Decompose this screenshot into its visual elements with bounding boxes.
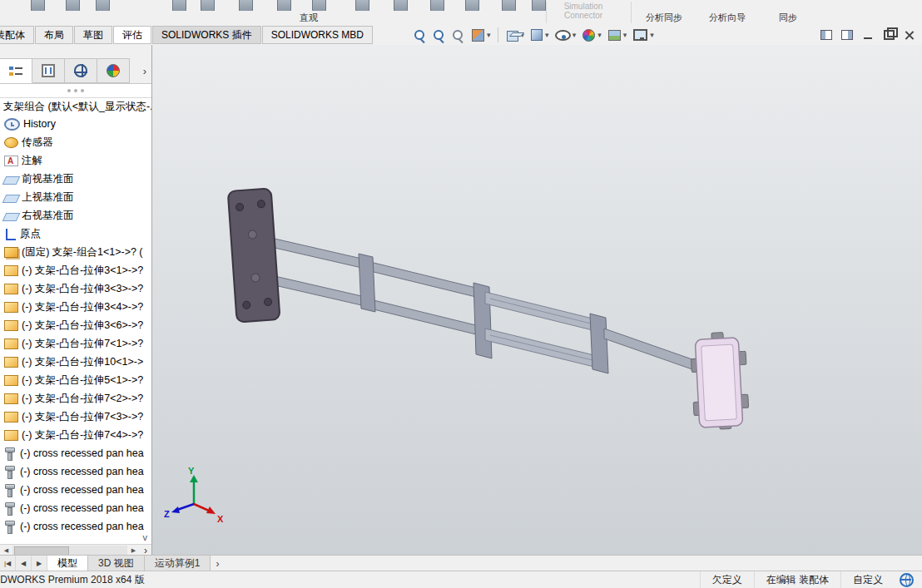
panel-tabs-overflow-button[interactable]: › — [138, 58, 151, 83]
zoom-area-button[interactable] — [429, 27, 449, 43]
status-item[interactable]: 自定义 — [840, 571, 895, 588]
dropdown-arrow-icon[interactable]: ▾ — [545, 31, 549, 39]
tree-item[interactable]: (-) cross recessed pan hea — [0, 462, 151, 481]
display-manager-tab[interactable] — [97, 58, 130, 83]
collapse-left-pane-button[interactable] — [817, 27, 835, 42]
tree-item[interactable]: (-) cross recessed pan hea — [0, 517, 151, 536]
hide-show-items-icon — [555, 30, 571, 41]
tree-scroll-down-indicator[interactable]: v — [143, 533, 148, 542]
dropdown-arrow-icon[interactable]: ▾ — [623, 31, 627, 39]
dropdown-arrow-icon[interactable]: ▾ — [573, 31, 577, 39]
ribbon-command-label[interactable]: 直观 — [300, 12, 318, 24]
ribbon-tab[interactable]: 装配体 — [0, 26, 34, 44]
tree-item[interactable]: (-) 支架-凸台-拉伸7<1>->? — [0, 334, 151, 353]
tree-item[interactable]: 前视基准面 — [0, 170, 151, 188]
doc-tab-nav-button[interactable]: ▶ — [32, 556, 47, 571]
ribbon-tab[interactable]: 布局 — [35, 26, 73, 44]
document-tab-bar: |◀◀▶模型3D 视图运动算例1› — [0, 555, 922, 571]
tree-item[interactable]: (-) 支架-凸台-拉伸7<4>->? — [0, 426, 151, 444]
dropdown-arrow-icon[interactable]: ▾ — [487, 31, 491, 39]
tree-item[interactable]: (-) cross recessed pan hea — [0, 481, 151, 499]
graphics-area[interactable]: Y X Z — [151, 45, 922, 556]
tree-item-label: 传感器 — [22, 136, 53, 150]
edit-appearance-button[interactable]: ▾ — [578, 27, 604, 44]
tree-item[interactable]: (-) 支架-凸台-拉伸3<3>->? — [0, 279, 151, 298]
tree-hscrollbar[interactable]: ◀ ▶ › — [0, 544, 151, 556]
tree-item[interactable]: (-) 支架-凸台-拉伸3<4>->? — [0, 298, 151, 316]
tree-item[interactable]: 传感器 — [0, 133, 151, 151]
hinge-boss — [248, 230, 257, 240]
tree-item[interactable]: (-) 支架-凸台-拉伸7<3>->? — [0, 408, 151, 426]
z-axis-label: Z — [164, 509, 170, 519]
cropped-ribbon-icon — [310, 0, 328, 11]
dropdown-arrow-icon[interactable]: ▾ — [597, 31, 602, 39]
panel-splitter[interactable] — [0, 84, 151, 98]
tree-item[interactable]: (-) 支架-凸台-拉伸10<1>-> — [0, 353, 151, 371]
cropped-ribbon-icon — [499, 0, 518, 11]
ribbon-command-label[interactable]: 分析同步 — [646, 12, 682, 24]
screw-icon — [4, 466, 17, 478]
apply-scene-button[interactable]: ▾ — [604, 27, 630, 44]
section-view-icon — [472, 29, 484, 42]
tree-item[interactable]: (-) 支架-凸台-拉伸3<1>->? — [0, 261, 151, 279]
status-item[interactable]: 欠定义 — [700, 571, 754, 588]
property-manager-tab[interactable] — [32, 58, 65, 83]
hscroll-right-button[interactable]: ▶ — [127, 546, 140, 556]
tree-item[interactable]: (固定) 支架-组合1<1>->? ( — [0, 243, 151, 261]
view-settings-button[interactable]: ▾ — [629, 27, 657, 43]
ribbon-tab[interactable]: SOLIDWORKS 插件 — [152, 26, 261, 44]
link-plate[interactable] — [590, 314, 608, 373]
forearm-bar[interactable] — [604, 329, 704, 373]
tree-item[interactable]: (-) 支架-凸台-拉伸3<6>->? — [0, 316, 151, 334]
ribbon-command-label[interactable]: 分析向导 — [709, 12, 746, 24]
tree-item[interactable]: 注解 — [0, 151, 151, 170]
ribbon-tab[interactable]: SOLIDWORKS MBD — [262, 26, 373, 44]
display-style-button[interactable]: ▾ — [527, 27, 552, 43]
restore-icon — [884, 30, 895, 40]
restore-button[interactable] — [880, 27, 898, 42]
configuration-manager-tab[interactable] — [65, 58, 97, 83]
doc-tab-overflow-button[interactable]: › — [211, 556, 224, 571]
tree-item[interactable]: (-) cross recessed pan hea — [0, 444, 151, 462]
section-view-button[interactable]: ▾ — [468, 27, 493, 44]
view-orientation-button[interactable]: ▾ — [503, 27, 528, 44]
link-plate[interactable] — [359, 254, 375, 312]
dropdown-arrow-icon[interactable]: ▾ — [650, 31, 654, 39]
ribbon-tab[interactable]: 草图 — [74, 26, 112, 44]
arm-bar[interactable] — [367, 261, 483, 299]
history-icon — [4, 118, 20, 131]
zoom-fit-button[interactable] — [410, 27, 429, 43]
hscroll-track[interactable] — [12, 546, 127, 555]
close-button[interactable] — [900, 27, 919, 42]
bracket-assembly-model[interactable] — [228, 188, 750, 430]
status-item[interactable]: 在编辑 装配体 — [754, 571, 840, 588]
ribbon-command-label[interactable]: 同步 — [779, 12, 797, 24]
tree-item[interactable]: 原点 — [0, 225, 151, 243]
tree-item[interactable]: 右视基准面 — [0, 206, 151, 225]
globe-icon[interactable] — [900, 573, 914, 587]
ribbon-tab[interactable]: 评估 — [113, 26, 151, 44]
hscroll-left-button[interactable]: ◀ — [0, 546, 12, 556]
feature-manager-tab[interactable] — [0, 58, 32, 83]
assembly-root-item[interactable]: 支架组合 (默认<默认_显示状态-... — [0, 98, 151, 115]
tree-item[interactable]: History — [0, 115, 151, 133]
document-tab[interactable]: 运动算例1 — [145, 556, 211, 571]
tree-item[interactable]: 上视基准面 — [0, 188, 151, 206]
collapse-right-pane-button[interactable] — [838, 27, 856, 42]
phone-holder[interactable] — [690, 331, 750, 430]
document-tab[interactable]: 3D 视图 — [88, 556, 145, 571]
tree-item[interactable]: (-) cross recessed pan hea — [0, 499, 151, 517]
document-tab[interactable]: 模型 — [47, 556, 88, 571]
ribbon-command-label[interactable]: Simulation Connector — [556, 2, 611, 20]
tree-item-label: 原点 — [20, 227, 41, 241]
hide-show-items-button[interactable]: ▾ — [552, 26, 579, 45]
minimize-button[interactable] — [859, 27, 877, 42]
tree-item[interactable]: (-) 支架-凸台-拉伸5<1>->? — [0, 371, 151, 389]
doc-tab-nav-button[interactable]: ◀ — [16, 556, 32, 571]
wall-mount-plate[interactable] — [228, 188, 280, 322]
display-manager-icon — [107, 64, 120, 77]
arm-bar[interactable] — [367, 299, 483, 336]
previous-view-button[interactable] — [449, 27, 468, 43]
tree-item[interactable]: (-) 支架-凸台-拉伸7<2>->? — [0, 389, 151, 408]
doc-tab-nav-button[interactable]: |◀ — [0, 556, 16, 571]
